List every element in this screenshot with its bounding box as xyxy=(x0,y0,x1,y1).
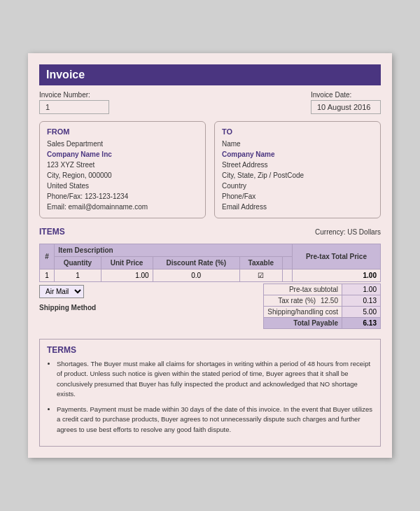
from-phone: Phone/Fax: 123-123-1234 xyxy=(47,191,198,202)
to-label: TO xyxy=(222,127,373,136)
total-label: Total Payable xyxy=(264,318,342,329)
shipping-cost-value: 5.00 xyxy=(342,307,381,318)
row-quantity: 1 xyxy=(55,270,101,282)
items-section-header: ITEMS Currency: US Dollars xyxy=(39,227,381,241)
items-table: # Item Description Pre-tax Total Price Q… xyxy=(39,244,381,282)
col-num: # xyxy=(40,244,55,270)
tax-rate-row: Tax rate (%) 12.50 0.13 xyxy=(264,295,381,307)
to-country: Country xyxy=(222,181,373,191)
terms-section: TERMS Shortages. The Buyer must make all… xyxy=(39,339,381,447)
row-empty xyxy=(282,270,292,282)
shipping-dropdown-row: Air Mail xyxy=(39,285,96,298)
from-company: Company Name Inc xyxy=(47,149,198,160)
invoice-header: Invoice xyxy=(39,64,381,85)
total-payable-row: Total Payable 6.13 xyxy=(264,318,381,329)
shipping-cost-row: Shipping/handling cost 5.00 xyxy=(264,307,381,318)
to-name-label: Name xyxy=(222,139,373,149)
shipping-method-select[interactable]: Air Mail xyxy=(39,285,84,298)
terms-content: Shortages. The Buyer must make all claim… xyxy=(47,359,373,435)
shipping-totals: Air Mail Shipping Method Pre-tax subtota… xyxy=(39,282,381,329)
shipping-method-label-row: Shipping Method xyxy=(39,304,96,312)
invoice-date-label: Invoice Date: xyxy=(311,91,381,99)
col-spacer xyxy=(282,257,292,270)
items-section-label: ITEMS xyxy=(39,227,65,237)
row-discount: 0.0 xyxy=(153,270,239,282)
invoice-date-section: Invoice Date: 10 August 2016 xyxy=(311,91,381,114)
invoice-page: Invoice Invoice Number: 1 Invoice Date: … xyxy=(28,53,392,458)
to-box: TO Name Company Name Street Address City… xyxy=(214,121,381,218)
currency-label: Currency: US Dollars xyxy=(315,228,381,236)
terms-section-label: TERMS xyxy=(47,345,373,355)
to-city: City, State, Zip / PostCode xyxy=(222,170,373,181)
terms-item-1: Shortages. The Buyer must make all claim… xyxy=(57,359,373,399)
row-taxable: ☑ xyxy=(239,270,282,282)
row-num: 1 xyxy=(40,270,55,282)
invoice-meta: Invoice Number: 1 Invoice Date: 10 Augus… xyxy=(39,91,381,114)
from-label: FROM xyxy=(47,127,198,136)
row-pretax-total: 1.00 xyxy=(292,270,380,282)
from-city: City, Region, 000000 xyxy=(47,170,198,181)
col-desc: Item Description xyxy=(55,244,293,257)
from-email: Email: email@domainname.com xyxy=(47,202,198,212)
from-street: 123 XYZ Street xyxy=(47,160,198,170)
to-street: Street Address xyxy=(222,160,373,170)
to-email: Email Address xyxy=(222,202,373,212)
table-row: 1 1 1.00 0.0 ☑ 1.00 xyxy=(40,270,381,282)
tax-rate-label: Tax rate (%) 12.50 xyxy=(264,295,342,307)
pretax-subtotal-label: Pre-tax subtotal xyxy=(264,284,342,295)
col-taxable: Taxable xyxy=(239,257,282,270)
invoice-number-label: Invoice Number: xyxy=(39,91,109,99)
from-box: FROM Sales Department Company Name Inc 1… xyxy=(39,121,206,218)
invoice-title: Invoice xyxy=(46,69,85,80)
total-value: 6.13 xyxy=(342,318,381,329)
invoice-date-value: 10 August 2016 xyxy=(311,100,381,114)
terms-item-2: Payments. Payment must be made within 30… xyxy=(57,405,373,435)
col-quantity: Quantity xyxy=(55,257,101,270)
col-unit-price: Unit Price xyxy=(101,257,153,270)
shipping-left: Air Mail Shipping Method xyxy=(39,282,96,312)
invoice-number-section: Invoice Number: 1 xyxy=(39,91,109,114)
items-section: ITEMS Currency: US Dollars # Item Descri… xyxy=(39,227,381,329)
tax-value: 0.13 xyxy=(342,295,381,307)
col-discount: Discount Rate (%) xyxy=(153,257,239,270)
pretax-subtotal-row: Pre-tax subtotal 1.00 xyxy=(264,284,381,295)
invoice-number-value: 1 xyxy=(39,100,109,114)
totals-table: Pre-tax subtotal 1.00 Tax rate (%) 12.50… xyxy=(263,284,381,329)
shipping-method-label: Shipping Method xyxy=(39,304,96,312)
col-pretax: Pre-tax Total Price xyxy=(292,244,380,270)
totals-area: Pre-tax subtotal 1.00 Tax rate (%) 12.50… xyxy=(263,284,381,329)
terms-list: Shortages. The Buyer must make all claim… xyxy=(47,359,373,435)
pretax-subtotal-value: 1.00 xyxy=(342,284,381,295)
row-unit-price: 1.00 xyxy=(101,270,153,282)
address-section: FROM Sales Department Company Name Inc 1… xyxy=(39,121,381,218)
to-phone: Phone/Fax xyxy=(222,191,373,202)
from-country: United States xyxy=(47,181,198,191)
shipping-cost-label: Shipping/handling cost xyxy=(264,307,342,318)
to-company: Company Name xyxy=(222,149,373,160)
from-department: Sales Department xyxy=(47,139,198,149)
